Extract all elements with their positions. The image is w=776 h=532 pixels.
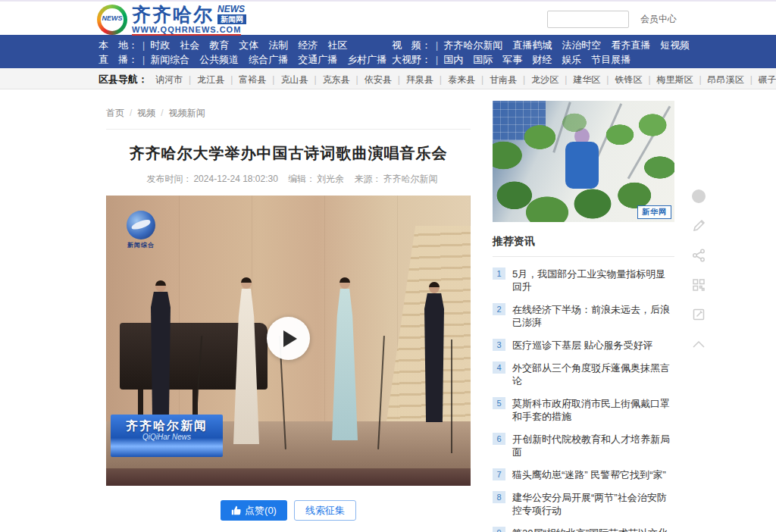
breadcrumb-current: 视频新闻 bbox=[169, 108, 205, 118]
list-item[interactable]: 5莫斯科市政府取消市民上街佩戴口罩和手套的措施 bbox=[493, 397, 674, 423]
district-link[interactable]: 龙江县 bbox=[197, 74, 239, 85]
sidebar: 新华网 推荐资讯 15月，我国部分工业实物量指标明显回升 2在线经济下半场：前浪… bbox=[493, 101, 674, 532]
site-logo[interactable]: NEWS 齐齐哈尔 NEWS 新闻网 WWW.QQHRNEWS.COM bbox=[97, 5, 246, 36]
nav-row-local: 本 地：| 时政 社会 教育 文体 法制 经济 社区 bbox=[99, 38, 392, 52]
nav-label: 直 播： bbox=[99, 53, 138, 67]
nav-link[interactable]: 财经 bbox=[532, 53, 552, 67]
item-rank: 8 bbox=[493, 491, 505, 503]
page: NEWS 齐齐哈尔 NEWS 新闻网 WWW.QQHRNEWS.COM 会员中心 bbox=[0, 0, 776, 532]
breadcrumb-video[interactable]: 视频 bbox=[137, 108, 168, 118]
nav-link[interactable]: 看齐直播 bbox=[611, 39, 650, 52]
district-link[interactable]: 铁锋区 bbox=[615, 74, 656, 85]
qrcode-button[interactable] bbox=[690, 276, 708, 294]
nav-link[interactable]: 综合广播 bbox=[249, 53, 288, 67]
nav-link[interactable]: 时政 bbox=[150, 39, 170, 52]
logo-url: WWW.QQHRNEWS.COM bbox=[132, 25, 241, 36]
nav-link[interactable]: 法治时空 bbox=[562, 39, 601, 52]
source-name: 齐齐哈尔新闻 bbox=[383, 174, 438, 184]
list-item[interactable]: 3医疗巡诊下基层 贴心服务受好评 bbox=[493, 339, 674, 352]
nav-link[interactable]: 乡村广播 bbox=[347, 53, 386, 67]
stage-front bbox=[106, 468, 471, 486]
district-link[interactable]: 甘南县 bbox=[490, 74, 531, 85]
nav-link[interactable]: 社会 bbox=[180, 39, 199, 52]
nav-link[interactable]: 新闻综合 bbox=[150, 53, 189, 67]
nav-link[interactable]: 公共频道 bbox=[199, 53, 239, 67]
district-link[interactable]: 克山县 bbox=[280, 74, 322, 85]
nav-link[interactable]: 国内 bbox=[443, 53, 463, 67]
edit-box-icon bbox=[692, 308, 706, 321]
nav-link[interactable]: 直播鹤城 bbox=[512, 39, 552, 52]
user-circle-button[interactable] bbox=[690, 187, 708, 205]
district-link[interactable]: 讷河市 bbox=[155, 74, 197, 85]
nav-link[interactable]: 节目展播 bbox=[591, 53, 630, 67]
main-nav: 本 地：| 时政 社会 教育 文体 法制 经济 社区 直 播：| 新闻综合 公共… bbox=[0, 35, 776, 68]
performer-man-right bbox=[424, 282, 444, 422]
district-link[interactable]: 克东县 bbox=[323, 74, 365, 85]
nav-link[interactable]: 娱乐 bbox=[562, 53, 581, 67]
back-to-top-button[interactable] bbox=[690, 335, 708, 353]
district-nav: 区县导航：讷河市龙江县富裕县克山县克东县依安县拜泉县泰来县甘南县龙沙区建华区铁锋… bbox=[0, 68, 776, 89]
nav-link[interactable]: 短视频 bbox=[660, 39, 690, 52]
performer-woman-blue bbox=[332, 277, 358, 440]
district-link[interactable]: 碾子山区 bbox=[759, 74, 776, 85]
comment-edit-button[interactable] bbox=[690, 217, 708, 235]
editor-name: 刘光余 bbox=[317, 174, 344, 184]
share-button[interactable] bbox=[690, 246, 708, 264]
sidebar-top-image[interactable]: 新华网 bbox=[493, 101, 674, 222]
logo-news-en: NEWS bbox=[217, 5, 245, 14]
nav-link[interactable]: 教育 bbox=[209, 39, 229, 52]
district-link[interactable]: 龙沙区 bbox=[531, 74, 573, 85]
nav-label: 大视野： bbox=[392, 53, 431, 67]
item-rank: 2 bbox=[493, 303, 505, 315]
list-item[interactable]: 4外交部从三个角度驳斥蓬佩奥抹黑言论 bbox=[493, 361, 674, 387]
chevron-up-icon bbox=[692, 340, 706, 349]
nav-link[interactable]: 国际 bbox=[473, 53, 493, 67]
district-link[interactable]: 拜泉县 bbox=[406, 74, 448, 85]
xinhuanet-watermark: 新华网 bbox=[637, 205, 671, 219]
publish-time: 2024-12-24 18:02:30 bbox=[193, 174, 277, 184]
like-button[interactable]: 点赞(0) bbox=[221, 500, 287, 521]
clue-collect-button[interactable]: 线索征集 bbox=[294, 500, 356, 521]
user-circle-icon bbox=[691, 189, 706, 204]
district-link[interactable]: 泰来县 bbox=[448, 74, 490, 85]
nav-link[interactable]: 军事 bbox=[502, 53, 522, 67]
nav-link[interactable]: 经济 bbox=[298, 39, 318, 52]
post-edit-button[interactable] bbox=[690, 305, 708, 324]
logo-title: 齐齐哈尔 bbox=[132, 5, 214, 24]
list-item[interactable]: 7猫头鹰幼崽“迷路” 民警帮它找到“家” bbox=[493, 468, 674, 481]
play-icon bbox=[283, 330, 297, 347]
district-link[interactable]: 富裕县 bbox=[239, 74, 280, 85]
video-title-banner: 齐齐哈尔新闻 QiQiHar News bbox=[111, 415, 223, 457]
list-item[interactable]: 9第20届“相约北京”国际艺术节以文化之光添彩冬奥 bbox=[493, 527, 674, 532]
qrcode-icon bbox=[692, 278, 706, 292]
list-item[interactable]: 2在线经济下半场：前浪未远去，后浪已澎湃 bbox=[493, 303, 674, 329]
cucumber-vines bbox=[493, 101, 674, 222]
play-button[interactable] bbox=[267, 317, 310, 360]
video-player[interactable]: 新闻综合 齐齐哈尔新闻 QiQiHar News bbox=[106, 196, 471, 486]
item-rank: 7 bbox=[493, 468, 505, 480]
member-center-link[interactable]: 会员中心 bbox=[640, 13, 677, 26]
nav-link[interactable]: 齐齐哈尔新闻 bbox=[443, 39, 502, 52]
list-item[interactable]: 6开创新时代院校教育和人才培养新局面 bbox=[493, 433, 674, 458]
nav-label: 视 频： bbox=[392, 39, 431, 52]
search-input[interactable] bbox=[547, 11, 629, 28]
page-title: 齐齐哈尔大学举办中国古诗词歌曲演唱音乐会 bbox=[106, 143, 471, 164]
thumbs-up-icon bbox=[231, 505, 241, 515]
nav-row-vision: 大视野：| 国内 国际 军事 财经 娱乐 节目展播 bbox=[392, 52, 699, 67]
nav-link[interactable]: 社区 bbox=[327, 39, 347, 52]
list-item[interactable]: 8建华公安分局开展“两节”社会治安防控专项行动 bbox=[493, 491, 674, 517]
district-link[interactable]: 梅里斯区 bbox=[657, 74, 708, 85]
district-link[interactable]: 昂昂溪区 bbox=[708, 74, 759, 85]
recommend-title: 推荐资讯 bbox=[493, 235, 674, 257]
nav-link[interactable]: 交通广播 bbox=[298, 53, 337, 67]
nav-link[interactable]: 法制 bbox=[268, 39, 288, 52]
logo-badge-text: NEWS bbox=[97, 14, 127, 22]
performer-man-left bbox=[151, 280, 171, 421]
breadcrumb-home[interactable]: 首页 bbox=[106, 108, 137, 118]
nav-label: 本 地： bbox=[99, 39, 138, 52]
nav-link[interactable]: 文体 bbox=[239, 39, 258, 52]
district-link[interactable]: 建华区 bbox=[573, 74, 615, 85]
district-link[interactable]: 依安县 bbox=[365, 74, 406, 85]
editor-label: 编辑： bbox=[288, 174, 315, 184]
list-item[interactable]: 15月，我国部分工业实物量指标明显回升 bbox=[493, 268, 674, 293]
